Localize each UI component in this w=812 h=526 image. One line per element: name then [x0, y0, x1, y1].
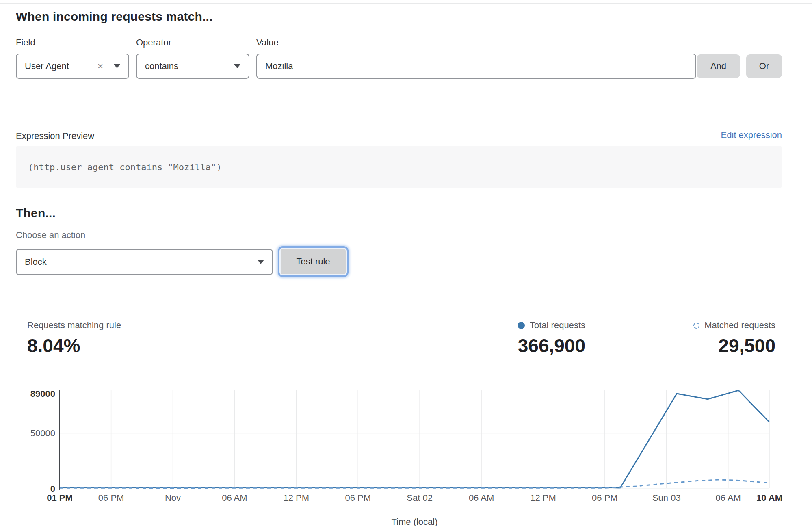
x-tick-label: 06 AM: [222, 493, 247, 503]
x-tick-label: Sun 03: [652, 493, 681, 503]
x-tick-label: 06 PM: [98, 493, 124, 503]
x-tick-label: 06 AM: [716, 493, 741, 503]
x-tick-label: 06 PM: [345, 493, 371, 503]
requests-chart: 8900050000001 PM06 PMNov06 AM12 PM06 PMS…: [0, 0, 812, 526]
y-tick-label: 89000: [30, 389, 55, 399]
x-tick-label: 06 PM: [592, 493, 618, 503]
x-axis-title: Time (local): [391, 517, 437, 526]
total-requests-line: [60, 390, 769, 488]
x-tick-label: 10 AM: [756, 493, 782, 503]
x-tick-label: Sat 02: [407, 493, 433, 503]
x-tick-label: 01 PM: [47, 493, 73, 503]
firewall-rule-builder-page: When incoming requests match... Field Op…: [0, 0, 812, 526]
y-tick-label: 50000: [30, 428, 55, 438]
x-tick-label: Nov: [165, 493, 181, 503]
x-tick-label: 06 AM: [469, 493, 494, 503]
matched-requests-line: [60, 480, 769, 488]
x-tick-label: 12 PM: [284, 493, 310, 503]
x-tick-label: 12 PM: [530, 493, 556, 503]
